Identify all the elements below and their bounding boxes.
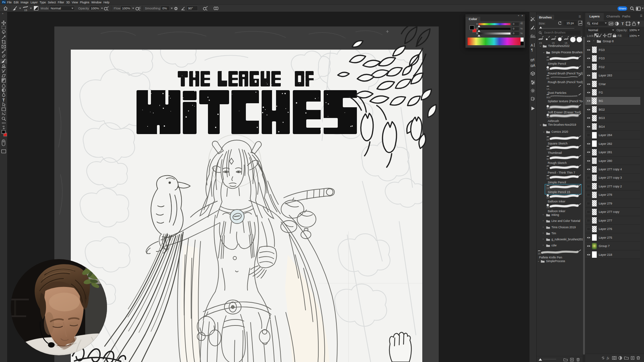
svg-text:fx: fx (607, 356, 609, 360)
svg-text:T: T (622, 22, 624, 26)
svg-text:A: A (533, 64, 535, 67)
svg-text:¶: ¶ (531, 48, 533, 52)
svg-text:A: A (531, 43, 533, 47)
svg-text:T: T (2, 98, 5, 103)
svg-text:¶: ¶ (533, 58, 535, 61)
